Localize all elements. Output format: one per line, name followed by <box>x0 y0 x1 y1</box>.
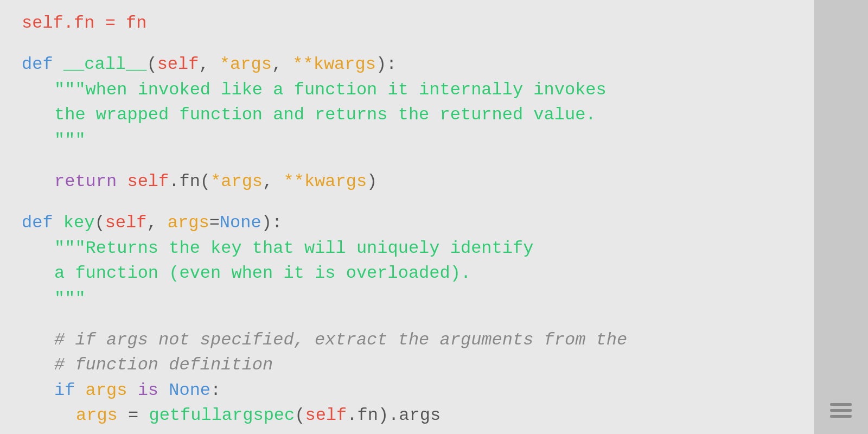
right-panel <box>814 0 868 434</box>
token: , <box>272 54 292 74</box>
token: __call__ <box>63 54 147 74</box>
token: *args <box>210 171 263 192</box>
token: """ <box>54 130 86 150</box>
line-def-call: def __call__(self, *args, **kwargs): <box>22 52 792 77</box>
token: self <box>127 171 169 192</box>
token: args <box>86 380 138 400</box>
token: self <box>22 13 63 33</box>
token: def <box>22 54 63 74</box>
line-doc1b: the wrapped function and returns the ret… <box>22 103 792 127</box>
token: , <box>146 213 167 233</box>
token: **kwargs <box>283 171 367 192</box>
token: def <box>22 213 63 233</box>
token: , <box>263 171 283 192</box>
token: None <box>220 213 261 233</box>
token: ) <box>367 171 377 192</box>
line-self-fn: self.fn = fn <box>22 11 792 36</box>
blank-2 <box>22 153 792 169</box>
token: : <box>210 380 221 400</box>
code-editor: self.fn = fndef __call__(self, *args, **… <box>0 0 814 434</box>
token: """when invoked like a function it inter… <box>54 80 607 100</box>
line-if-args: if args is None: <box>22 378 792 403</box>
blank-4 <box>22 311 792 328</box>
token: the wrapped function and returns the ret… <box>54 105 596 125</box>
token: args <box>168 213 209 233</box>
token: .fn( <box>169 171 210 192</box>
token: if <box>54 380 86 400</box>
blank-1 <box>22 36 792 52</box>
line-getfull: args = getfullargspec(self.fn).args <box>22 403 792 428</box>
token: .fn).args <box>347 405 441 425</box>
token: args <box>76 405 118 425</box>
line-comment2: # function definition <box>22 353 792 378</box>
line-doc1c: """ <box>22 128 792 153</box>
token: a function (even when it is overloaded). <box>54 263 471 283</box>
bookmark-icon[interactable] <box>830 403 852 418</box>
line-doc2b: a function (even when it is overloaded). <box>22 261 792 286</box>
token: key <box>63 213 95 233</box>
bookmark-line-2 <box>830 409 852 412</box>
token: = <box>209 213 220 233</box>
token: None <box>169 380 210 400</box>
token: self <box>305 405 347 425</box>
token: .fn = fn <box>63 13 147 33</box>
token: ): <box>376 54 397 74</box>
token: self <box>157 54 199 74</box>
bookmark-line-3 <box>830 415 852 418</box>
token: ): <box>261 213 282 233</box>
token: getfullargspec <box>149 405 295 425</box>
line-doc1a: """when invoked like a function it inter… <box>22 78 792 103</box>
token: self <box>105 213 147 233</box>
blank-3 <box>22 194 792 210</box>
token: **kwargs <box>292 54 376 74</box>
token: *args <box>220 54 272 74</box>
token: return <box>54 171 127 192</box>
token: # function definition <box>54 355 273 375</box>
bookmark-line-1 <box>830 403 852 406</box>
token: # if args not specified, extract the arg… <box>54 330 627 350</box>
line-def-key: def key(self, args=None): <box>22 210 792 235</box>
token: , <box>199 54 219 74</box>
line-doc2c: """ <box>22 286 792 311</box>
token: """Returns the key that will uniquely id… <box>54 238 533 258</box>
token: is <box>138 380 169 400</box>
line-return: return self.fn(*args, **kwargs) <box>22 169 792 194</box>
token: ( <box>94 213 105 233</box>
line-doc2a: """Returns the key that will uniquely id… <box>22 236 792 261</box>
token: """ <box>54 289 86 309</box>
line-comment1: # if args not specified, extract the arg… <box>22 328 792 353</box>
token: = <box>118 405 149 425</box>
token: ( <box>146 54 157 74</box>
code-content: self.fn = fndef __call__(self, *args, **… <box>22 11 792 428</box>
token: ( <box>295 405 305 425</box>
